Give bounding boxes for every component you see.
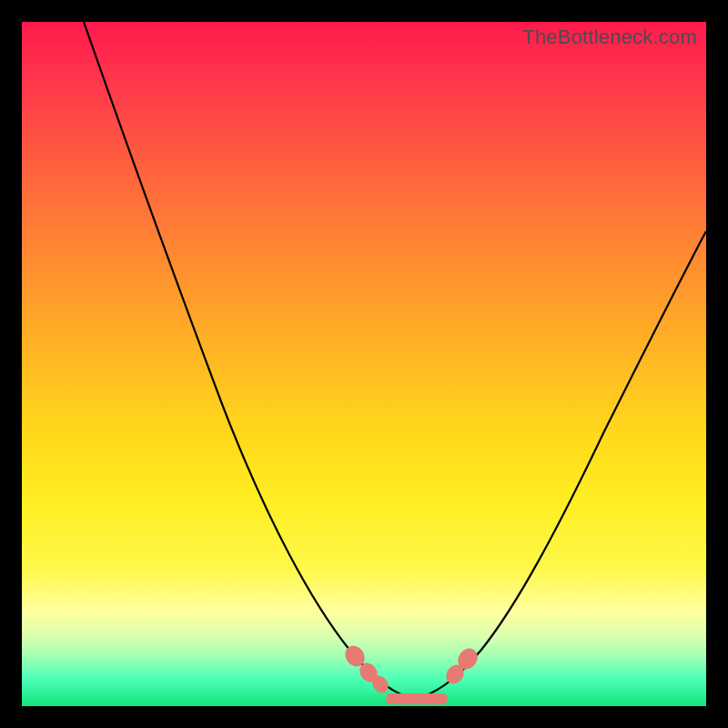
chart-svg: [22, 22, 706, 706]
right-curve: [413, 231, 706, 699]
left-curve: [84, 22, 413, 699]
outer-frame: TheBottleneck.com: [0, 0, 728, 728]
bead-bottom-bar: [386, 693, 448, 704]
chart-plot-area: TheBottleneck.com: [22, 22, 706, 706]
